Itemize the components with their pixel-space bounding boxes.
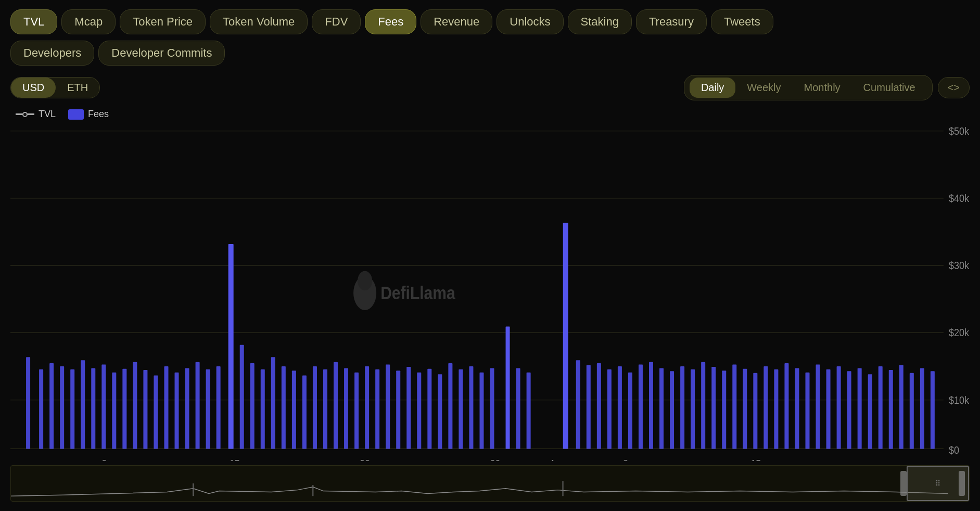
svg-rect-48	[334, 362, 338, 449]
svg-text:DefiLlama: DefiLlama	[380, 282, 455, 303]
svg-rect-86	[763, 366, 768, 449]
period-weekly-button[interactable]: Weekly	[735, 78, 792, 98]
svg-rect-76	[659, 368, 664, 449]
svg-rect-101	[920, 368, 924, 449]
svg-rect-43	[282, 366, 286, 449]
svg-rect-58	[438, 374, 442, 449]
period-cumulative-button[interactable]: Cumulative	[852, 78, 927, 98]
svg-rect-46	[313, 366, 317, 449]
svg-rect-23	[70, 369, 74, 449]
legend-tvl: TVL	[16, 109, 56, 120]
svg-rect-94	[847, 371, 851, 449]
svg-rect-78	[680, 366, 684, 449]
svg-rect-80	[701, 362, 705, 449]
svg-rect-40	[250, 363, 254, 449]
svg-text:$40k: $40k	[949, 192, 969, 205]
svg-rect-57	[427, 369, 431, 449]
currency-group: USD ETH	[10, 77, 100, 98]
tab-fdv[interactable]: FDV	[312, 9, 361, 34]
svg-rect-102	[931, 371, 935, 449]
svg-rect-37	[217, 366, 221, 449]
svg-rect-39	[240, 345, 244, 449]
chart-main: $50k $40k $30k $20k $10k $0 8 15 22 29 A…	[10, 125, 970, 461]
svg-text:$10k: $10k	[949, 393, 969, 406]
svg-rect-81	[711, 367, 716, 449]
chart-minimap[interactable]: ⠿	[10, 465, 970, 502]
svg-text:8: 8	[623, 457, 628, 461]
tab-treasury[interactable]: Treasury	[636, 9, 707, 34]
svg-rect-50	[354, 373, 359, 449]
currency-eth-button[interactable]: ETH	[56, 78, 99, 98]
tab-token-price[interactable]: Token Price	[120, 9, 206, 34]
svg-rect-35	[196, 362, 200, 449]
svg-text:15: 15	[750, 457, 761, 461]
svg-text:Aug: Aug	[550, 457, 566, 461]
tab-staking[interactable]: Staking	[568, 9, 632, 34]
tab-token-volume[interactable]: Token Volume	[210, 9, 308, 34]
svg-rect-59	[448, 363, 452, 449]
svg-rect-92	[826, 369, 831, 449]
svg-rect-54	[396, 371, 400, 449]
tab-fees[interactable]: Fees	[365, 9, 416, 34]
period-monthly-button[interactable]: Monthly	[793, 78, 852, 98]
svg-rect-32	[164, 366, 168, 449]
svg-rect-49	[344, 368, 348, 449]
svg-text:$0: $0	[949, 444, 959, 456]
fees-bar-icon	[68, 109, 84, 120]
tab-developers[interactable]: Developers	[10, 41, 94, 66]
svg-rect-72	[618, 366, 622, 449]
svg-rect-25	[91, 368, 95, 449]
chart-svg: $50k $40k $30k $20k $10k $0 8 15 22 29 A…	[10, 125, 970, 461]
svg-rect-51	[365, 366, 369, 449]
svg-rect-99	[899, 365, 903, 449]
period-group: Daily Weekly Monthly Cumulative	[684, 75, 933, 100]
chart-legend: TVL Fees	[10, 109, 970, 120]
svg-rect-24	[81, 360, 85, 449]
svg-rect-26	[101, 364, 106, 449]
svg-rect-77	[670, 371, 674, 449]
svg-rect-33	[175, 373, 179, 449]
svg-rect-27	[112, 373, 116, 449]
controls-row: USD ETH Daily Weekly Monthly Cumulative	[10, 75, 970, 100]
svg-rect-66	[527, 373, 531, 449]
legend-fees: Fees	[68, 109, 109, 120]
svg-rect-74	[639, 364, 643, 449]
svg-rect-95	[858, 368, 862, 449]
tab-tvl[interactable]: TVL	[10, 9, 57, 34]
svg-rect-91	[816, 364, 820, 449]
svg-rect-68	[576, 360, 580, 449]
svg-rect-64	[506, 327, 510, 449]
tab-tweets[interactable]: Tweets	[711, 9, 773, 34]
svg-rect-21	[49, 363, 54, 449]
svg-rect-87	[774, 369, 778, 449]
svg-rect-29	[133, 362, 137, 449]
svg-rect-45	[302, 376, 307, 449]
svg-point-104	[358, 271, 372, 291]
svg-rect-41	[261, 369, 265, 449]
svg-rect-84	[743, 369, 747, 449]
svg-rect-75	[649, 362, 653, 449]
svg-rect-85	[753, 373, 757, 449]
tab-developer-commits[interactable]: Developer Commits	[98, 41, 225, 66]
tab-unlocks[interactable]: Unlocks	[497, 9, 563, 34]
svg-rect-62	[479, 373, 483, 449]
nav-tabs-row2: Developers Developer Commits	[10, 41, 970, 66]
tvl-line-icon	[16, 113, 34, 115]
svg-rect-30	[143, 370, 147, 449]
svg-rect-69	[587, 365, 591, 449]
embed-button[interactable]: <>	[938, 77, 970, 98]
svg-rect-42	[271, 357, 275, 449]
svg-text:15: 15	[230, 457, 240, 461]
svg-rect-71	[607, 369, 612, 449]
tab-revenue[interactable]: Revenue	[421, 9, 492, 34]
svg-text:$50k: $50k	[949, 125, 969, 137]
tab-mcap[interactable]: Mcap	[61, 9, 116, 34]
svg-rect-90	[805, 373, 809, 449]
svg-rect-20	[39, 369, 43, 449]
svg-rect-89	[795, 368, 799, 449]
svg-text:8: 8	[101, 457, 107, 461]
currency-usd-button[interactable]: USD	[11, 78, 56, 98]
svg-rect-36	[206, 369, 210, 449]
period-daily-button[interactable]: Daily	[690, 78, 735, 98]
svg-rect-79	[691, 369, 695, 449]
